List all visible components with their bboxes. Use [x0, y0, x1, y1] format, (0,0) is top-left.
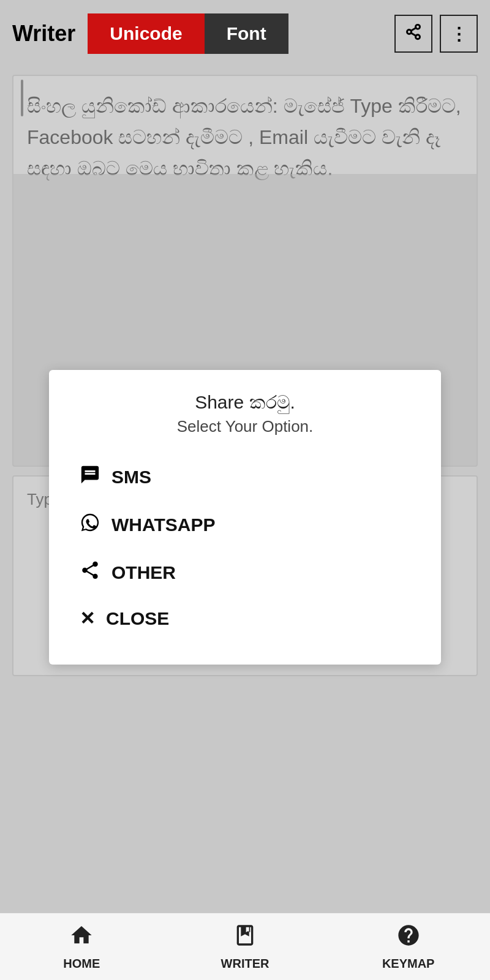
more-button[interactable]: ⋮ — [440, 15, 478, 53]
app-title: Writer — [12, 21, 75, 47]
home-icon — [69, 923, 94, 953]
whatsapp-option[interactable]: WHATSAPP — [74, 501, 417, 549]
sms-option[interactable]: SMS — [74, 453, 417, 501]
whatsapp-label: WHATSAPP — [111, 514, 215, 535]
svg-line-3 — [411, 32, 416, 36]
bottom-nav: HOME WRITER KEYMAP — [0, 913, 490, 980]
nav-keymap-label: KEYMAP — [382, 957, 435, 971]
scroll-indicator — [21, 80, 23, 116]
sinhala-text: සිංහල යුනිකෝඩ් ආකාරයෙන්: මැසේජ් Type කිර… — [27, 91, 463, 185]
other-icon — [80, 560, 100, 586]
nav-writer-label: WRITER — [221, 957, 270, 971]
modal-dialog: Share කරමු. Select Your Option. SMS WHAT… — [49, 370, 441, 665]
modal-title: Share කරමු. — [74, 392, 417, 413]
other-option[interactable]: OTHER — [74, 549, 417, 597]
writer-icon — [233, 923, 257, 953]
text-display-area: සිංහල යුනිකෝඩ් ආකාරයෙන්: මැසේජ් Type කිර… — [12, 75, 478, 467]
sms-icon — [80, 464, 100, 490]
tab-group: Unicode Font — [88, 13, 394, 54]
sms-label: SMS — [111, 467, 151, 488]
share-button[interactable] — [394, 15, 432, 53]
share-icon — [405, 23, 422, 45]
more-icon: ⋮ — [450, 24, 467, 44]
close-icon: ✕ — [80, 608, 95, 629]
modal-subtitle: Select Your Option. — [74, 417, 417, 436]
header: Writer Unicode Font ⋮ — [0, 0, 490, 67]
whatsapp-icon — [80, 512, 100, 538]
main-content: සිංහල යුනිකෝඩ් ආකාරයෙන්: මැසේජ් Type කිර… — [0, 67, 490, 684]
close-option[interactable]: ✕ CLOSE — [74, 597, 417, 640]
tab-font[interactable]: Font — [205, 13, 288, 54]
tab-unicode[interactable]: Unicode — [88, 13, 204, 54]
header-icons: ⋮ — [394, 15, 478, 53]
nav-writer[interactable]: WRITER — [164, 913, 327, 980]
nav-home-label: HOME — [63, 957, 100, 971]
modal-overlay: Share කරමු. Select Your Option. SMS WHAT… — [13, 174, 477, 466]
other-label: OTHER — [111, 562, 176, 583]
svg-line-4 — [411, 28, 416, 31]
nav-keymap[interactable]: KEYMAP — [326, 913, 490, 980]
keymap-icon — [396, 923, 421, 953]
nav-home[interactable]: HOME — [0, 913, 164, 980]
close-label: CLOSE — [106, 608, 169, 629]
